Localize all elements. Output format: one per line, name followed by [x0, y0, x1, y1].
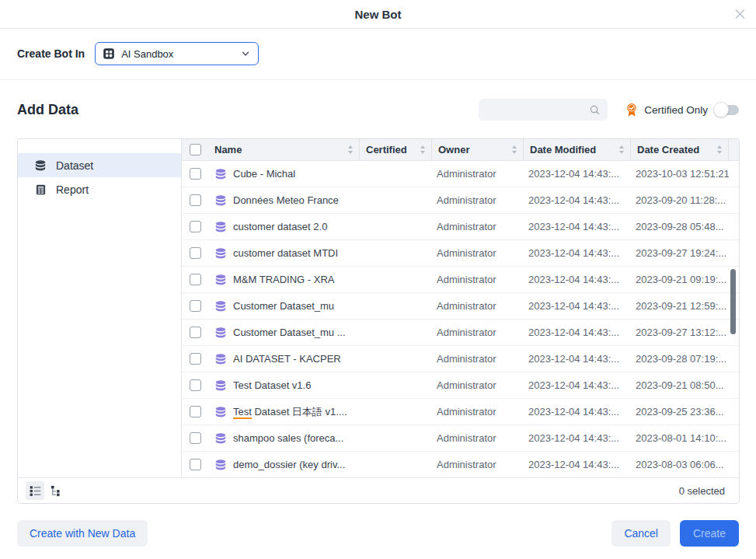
sort-icon[interactable]	[712, 145, 723, 154]
dataset-cube-icon	[214, 301, 227, 312]
project-select-value: AI Sandbox	[121, 48, 235, 60]
row-name: Customer Dataset_mu ...	[233, 327, 346, 338]
table-row[interactable]: M&M TRADING - XRAAdministrator2023-12-04…	[182, 267, 739, 293]
tree-view-button[interactable]	[47, 481, 65, 500]
close-icon[interactable]	[734, 9, 746, 20]
row-name: customer dataset 2.0	[233, 221, 327, 232]
project-select[interactable]: AI Sandbox	[95, 42, 259, 65]
row-checkbox[interactable]	[190, 247, 201, 259]
row-name-cell: Test Dataset v1.6	[208, 379, 360, 391]
row-checkbox[interactable]	[190, 406, 201, 418]
select-all-checkbox[interactable]	[190, 144, 201, 155]
row-name-cell: demo_dossier (key driv...	[208, 459, 360, 470]
row-checkbox[interactable]	[190, 432, 201, 444]
row-name-cell: Test Dataset 日本語 v1....	[208, 405, 360, 419]
sort-icon[interactable]	[507, 145, 518, 154]
dataset-icon	[34, 160, 47, 171]
search-match-highlight: Test	[233, 379, 252, 391]
search-box[interactable]	[479, 99, 608, 121]
column-header-date-modified[interactable]: Date Modified	[524, 139, 631, 160]
table-row[interactable]: customer dataset MTDIAdministrator2023-1…	[182, 240, 739, 267]
row-date-modified: 2023-12-04 14:43:...	[524, 168, 631, 180]
panel-footer: 0 selected	[18, 477, 739, 503]
row-checkbox-cell	[182, 168, 208, 180]
column-header-owner[interactable]: Owner	[432, 139, 524, 160]
row-checkbox-cell	[182, 353, 208, 365]
row-owner: Administrator	[432, 406, 524, 418]
create-with-new-data-button[interactable]: Create with New Data	[17, 520, 148, 547]
row-checkbox-cell	[182, 221, 208, 232]
toggle-knob	[713, 102, 729, 117]
column-header-certified[interactable]: Certified	[360, 139, 432, 160]
create-button[interactable]: Create	[680, 520, 739, 547]
certified-badge-icon	[625, 103, 639, 117]
row-owner: Administrator	[432, 247, 524, 259]
row-checkbox[interactable]	[190, 274, 201, 285]
row-owner: Administrator	[432, 432, 524, 444]
dataset-cube-icon	[214, 195, 227, 206]
column-header-label: Date Modified	[530, 144, 596, 155]
vertical-scrollbar[interactable]	[730, 269, 736, 334]
report-icon	[34, 183, 47, 196]
table-row[interactable]: Données Meteo FranceAdministrator2023-12…	[182, 187, 739, 214]
table-header: NameCertifiedOwnerDate ModifiedDate Crea…	[182, 139, 739, 161]
table-row[interactable]: Cube - MichalAdministrator2023-12-04 14:…	[182, 161, 739, 187]
table-row[interactable]: shampoo sales (foreca...Administrator202…	[182, 425, 739, 452]
row-name: Customer Dataset_mu	[233, 300, 334, 312]
table-row[interactable]: Test Dataset 日本語 v1....Administrator2023…	[182, 399, 739, 425]
dataset-cube-icon	[214, 459, 227, 470]
table-body: Cube - MichalAdministrator2023-12-04 14:…	[182, 161, 739, 477]
list-view-button[interactable]	[26, 481, 44, 500]
search-input[interactable]	[486, 103, 589, 117]
table-row[interactable]: Customer Dataset_mu ...Administrator2023…	[182, 320, 739, 346]
sort-icon[interactable]	[416, 145, 427, 154]
row-date-modified: 2023-12-04 14:43:...	[524, 247, 631, 259]
row-name: Test Dataset v1.6	[233, 379, 311, 391]
row-date-modified: 2023-12-04 14:43:...	[524, 221, 631, 232]
certified-only-toggle[interactable]	[716, 105, 739, 115]
create-bot-in-label: Create Bot In	[17, 47, 85, 60]
sidebar-item-dataset[interactable]: Dataset	[18, 153, 181, 177]
row-name-cell: customer dataset MTDI	[208, 247, 360, 259]
row-owner: Administrator	[432, 353, 524, 365]
row-date-created: 2023-09-27 13:12:...	[631, 327, 729, 338]
certified-only-label: Certified Only	[644, 104, 708, 116]
row-checkbox[interactable]	[190, 353, 201, 365]
dataset-cube-icon	[214, 222, 227, 232]
sort-icon[interactable]	[615, 145, 625, 154]
row-checkbox[interactable]	[190, 379, 201, 391]
row-checkbox[interactable]	[190, 327, 201, 338]
row-checkbox-cell	[182, 406, 208, 418]
dataset-cube-icon	[214, 169, 227, 180]
row-name: customer dataset MTDI	[233, 247, 338, 259]
row-owner: Administrator	[432, 194, 524, 206]
column-header-label: Owner	[438, 144, 469, 155]
row-checkbox[interactable]	[190, 300, 201, 312]
row-date-created: 2023-09-28 07:19:...	[631, 353, 729, 365]
row-date-created: 2023-09-25 23:36...	[631, 406, 729, 418]
row-checkbox[interactable]	[190, 168, 201, 180]
sidebar-item-report[interactable]: Report	[18, 177, 181, 201]
row-checkbox[interactable]	[190, 221, 201, 232]
search-icon	[589, 104, 601, 116]
row-checkbox[interactable]	[190, 459, 201, 470]
row-date-created: 2023-09-21 09:19:...	[631, 274, 729, 285]
table-row[interactable]: Customer Dataset_muAdministrator2023-12-…	[182, 293, 739, 320]
row-date-modified: 2023-12-04 14:43:...	[524, 300, 631, 312]
row-checkbox-cell	[182, 194, 208, 206]
sort-icon[interactable]	[343, 145, 354, 154]
row-date-modified: 2023-12-04 14:43:...	[524, 459, 631, 470]
add-data-bar: Add Data Certified Only	[0, 98, 756, 121]
table-row[interactable]: AI DATASET - KACPERAdministrator2023-12-…	[182, 346, 739, 372]
table-row[interactable]: customer dataset 2.0Administrator2023-12…	[182, 214, 739, 240]
cancel-button[interactable]: Cancel	[611, 520, 671, 547]
table-row[interactable]: demo_dossier (key driv...Administrator20…	[182, 452, 739, 477]
column-header-date-created[interactable]: Date Created	[631, 139, 729, 160]
table-row[interactable]: Test Dataset v1.6Administrator2023-12-04…	[182, 372, 739, 399]
dataset-cube-icon	[214, 380, 227, 391]
row-checkbox-cell	[182, 274, 208, 285]
column-header-name[interactable]: Name	[208, 139, 360, 160]
add-data-heading: Add Data	[17, 102, 78, 118]
panel-main: DatasetReport NameCertifiedOwnerDate Mod…	[18, 139, 739, 477]
row-checkbox[interactable]	[190, 194, 201, 206]
